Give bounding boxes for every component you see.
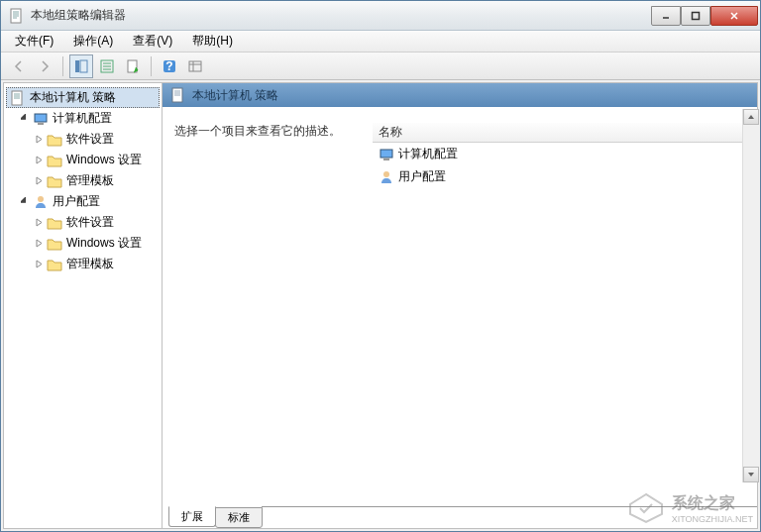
tree-label: 软件设置 <box>66 214 114 231</box>
policy-icon <box>10 90 26 106</box>
expand-icon[interactable] <box>34 259 45 269</box>
expand-icon[interactable] <box>34 217 45 228</box>
tree-node-computer-windows[interactable]: Windows 设置 <box>34 150 160 170</box>
svg-text:?: ? <box>165 59 172 73</box>
svg-point-18 <box>38 196 44 202</box>
folder-icon <box>47 173 62 189</box>
svg-rect-2 <box>693 12 700 19</box>
svg-rect-21 <box>383 159 389 160</box>
menu-help[interactable]: 帮助(H) <box>182 31 243 52</box>
folder-icon <box>47 215 62 231</box>
folder-icon <box>47 132 62 148</box>
computer-icon <box>379 147 394 162</box>
folder-icon <box>47 153 62 168</box>
scrollbar-vertical[interactable] <box>742 109 758 482</box>
tree-node-computer-templates[interactable]: 管理模板 <box>34 170 160 191</box>
detail-list: 名称 计算机配置 用户配置 <box>373 123 745 490</box>
titlebar[interactable]: 本地组策略编辑器 <box>1 1 760 31</box>
list-item-label: 用户配置 <box>398 168 446 185</box>
list-item-user[interactable]: 用户配置 <box>373 165 745 188</box>
expand-icon[interactable] <box>34 155 45 165</box>
maximize-button[interactable] <box>681 6 710 26</box>
expand-icon[interactable] <box>34 134 45 145</box>
expand-icon[interactable] <box>34 238 45 249</box>
tree-label: 管理模板 <box>66 256 114 272</box>
tree-node-user-windows[interactable]: Windows 设置 <box>34 233 160 254</box>
svg-rect-16 <box>35 114 47 122</box>
tree-label: 用户配置 <box>53 193 100 210</box>
tree-label: 管理模板 <box>66 172 114 189</box>
tree-label: 软件设置 <box>66 131 114 148</box>
collapse-icon[interactable] <box>20 113 31 124</box>
forward-button[interactable] <box>33 54 56 78</box>
svg-rect-12 <box>189 61 201 71</box>
tree-node-user[interactable]: 用户配置 <box>20 191 160 212</box>
tree-label: Windows 设置 <box>66 235 142 252</box>
filter-button[interactable] <box>183 54 207 78</box>
toolbar-separator <box>62 56 63 76</box>
tree-children: 计算机配置 软件设置 Windows 设置 <box>6 108 160 274</box>
list-item-label: 计算机配置 <box>398 146 458 162</box>
svg-rect-17 <box>38 123 44 125</box>
tree-node-user-templates[interactable]: 管理模板 <box>34 254 160 274</box>
tree-node-computer[interactable]: 计算机配置 <box>20 108 160 129</box>
expand-icon[interactable] <box>34 175 45 186</box>
detail-description: 选择一个项目来查看它的描述。 <box>174 123 373 490</box>
properties-button[interactable] <box>95 54 119 78</box>
back-button[interactable] <box>7 54 31 78</box>
menubar: 文件(F) 操作(A) 查看(V) 帮助(H) <box>1 31 760 53</box>
svg-point-22 <box>383 171 389 177</box>
tree-node-computer-software[interactable]: 软件设置 <box>34 129 160 150</box>
detail-panel: 本地计算机 策略 选择一个项目来查看它的描述。 名称 计算机配置 用户配置 <box>163 83 757 528</box>
show-tree-button[interactable] <box>69 54 93 78</box>
menu-action[interactable]: 操作(A) <box>63 31 123 52</box>
toolbar-separator <box>151 56 152 76</box>
tree-node-user-software[interactable]: 软件设置 <box>34 212 160 233</box>
svg-rect-4 <box>80 60 87 72</box>
detail-body: 选择一个项目来查看它的描述。 名称 计算机配置 用户配置 <box>163 107 757 506</box>
tree-label: 计算机配置 <box>53 110 112 127</box>
scroll-up-button[interactable] <box>743 109 759 125</box>
toolbar: ? <box>1 53 760 80</box>
tree-label: Windows 设置 <box>66 152 142 168</box>
list-item-computer[interactable]: 计算机配置 <box>373 143 745 165</box>
close-button[interactable] <box>710 6 758 26</box>
user-icon <box>379 169 394 185</box>
tab-standard[interactable]: 标准 <box>215 507 263 528</box>
tree-panel: 本地计算机 策略 计算机配置 软件设置 <box>4 83 163 528</box>
computer-icon <box>33 111 49 127</box>
app-icon <box>9 8 25 24</box>
folder-icon <box>47 257 62 272</box>
policy-icon <box>170 87 186 103</box>
tab-extended[interactable]: 扩展 <box>168 506 216 527</box>
content-area: 本地计算机 策略 计算机配置 软件设置 <box>3 82 758 529</box>
app-window: 本地组策略编辑器 文件(F) 操作(A) 查看(V) 帮助(H) ? 本地计算机… <box>0 0 761 532</box>
window-title: 本地组策略编辑器 <box>31 7 651 24</box>
tree-root-node[interactable]: 本地计算机 策略 <box>6 87 160 108</box>
collapse-icon[interactable] <box>20 196 31 207</box>
refresh-button[interactable] <box>121 54 145 78</box>
svg-rect-20 <box>380 150 392 158</box>
tab-line <box>262 506 757 507</box>
detail-tabs: 扩展 标准 <box>163 506 757 528</box>
help-button[interactable]: ? <box>158 54 181 78</box>
minimize-button[interactable] <box>651 6 681 26</box>
menu-file[interactable]: 文件(F) <box>5 31 63 52</box>
user-icon <box>33 194 49 210</box>
detail-header-title: 本地计算机 策略 <box>192 87 278 104</box>
menu-view[interactable]: 查看(V) <box>123 31 182 52</box>
svg-rect-3 <box>75 60 79 72</box>
detail-header: 本地计算机 策略 <box>163 83 757 107</box>
column-header-name[interactable]: 名称 <box>373 123 745 143</box>
window-controls <box>651 6 758 26</box>
tree-root-label: 本地计算机 策略 <box>30 89 116 106</box>
folder-icon <box>47 236 62 252</box>
scroll-down-button[interactable] <box>743 467 759 482</box>
